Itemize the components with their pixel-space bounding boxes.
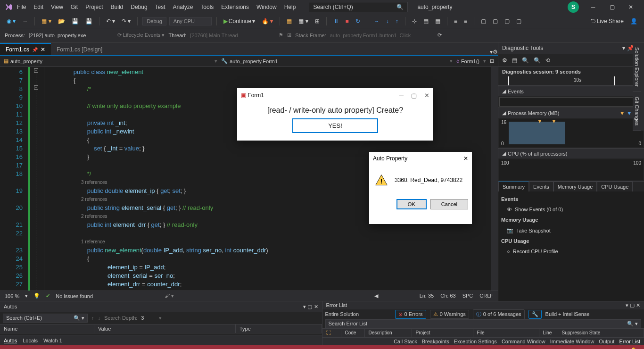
diag-events-header[interactable]: ◢ Events (498, 86, 644, 96)
autos-close-icon[interactable]: ✕ (314, 304, 318, 309)
errors-pill[interactable]: ⊗0 Errors (395, 310, 426, 319)
line-ending[interactable]: CRLF (479, 293, 493, 299)
flag-icon[interactable]: ⚑ (279, 32, 283, 38)
collapse-icon[interactable]: − (34, 68, 38, 73)
tab-callstack[interactable]: Call Stack (394, 339, 417, 344)
menu-tools[interactable]: Tools (197, 2, 217, 12)
tab-locals[interactable]: Locals (23, 338, 38, 343)
menu-analyze[interactable]: Analyze (169, 2, 197, 12)
diag-cpu-header[interactable]: ◢ CPU (% of all processors) (498, 149, 644, 158)
diag-tab-memory[interactable]: Memory Usage (553, 182, 597, 191)
continue-button[interactable]: ▶ Continue ▾ (222, 17, 257, 25)
pause-button[interactable]: ⏸ (331, 17, 341, 25)
stackframe-dropdown[interactable]: auto_property.Form1.button1_Click (330, 33, 434, 38)
tab-autos[interactable]: Autos (4, 338, 17, 343)
cancel-button[interactable]: Cancel (430, 199, 468, 209)
debug-tool-3[interactable]: ▦ (433, 17, 442, 25)
show-events-link[interactable]: 👁Show Events (0 of 0) (501, 204, 641, 215)
menu-view[interactable]: View (47, 2, 67, 12)
tool-icon-2[interactable]: ▦ ▾ (297, 17, 310, 25)
tab-immediate[interactable]: Immediate Window (550, 339, 594, 344)
nav-forward-button[interactable]: → (20, 17, 30, 25)
messages-pill[interactable]: ⓘ0 of 6 Messages (473, 309, 525, 319)
col-value[interactable]: Value (94, 324, 236, 333)
bookmark-1[interactable]: ▢ (479, 17, 488, 25)
dialog-maximize-icon[interactable]: ▢ (411, 92, 417, 99)
close-button[interactable]: ✕ (621, 1, 640, 13)
diag-memory-chart[interactable]: 16 16 ▼ ▼ 0 0 (499, 119, 643, 147)
feedback-button[interactable]: 👤 (628, 17, 639, 25)
lifecycle-events[interactable]: ⟳ Lifecycle Events ▾ (117, 32, 165, 38)
yes-button[interactable]: YES! (292, 118, 378, 133)
col-desc[interactable]: Description (365, 329, 412, 337)
tab-form1-cs[interactable]: Form1.cs 📌 ✕ (0, 43, 51, 55)
menu-test[interactable]: Test (151, 2, 169, 12)
tool-icon-1[interactable]: ▦ (285, 17, 294, 25)
minimap[interactable] (491, 67, 498, 291)
diag-tab-events[interactable]: Events (529, 182, 553, 191)
diag-tab-cpu[interactable]: CPU Usage (597, 182, 633, 191)
diag-cpu-chart[interactable]: 100 100 (499, 159, 643, 180)
zoom-level[interactable]: 106 % (5, 293, 19, 299)
diag-tab-summary[interactable]: Summary (498, 182, 529, 191)
bookmark-3[interactable]: ▢ (503, 17, 512, 25)
errorlist-search[interactable]: Search Error List🔍 ▾ (325, 319, 642, 328)
indent-mode[interactable]: SPC (462, 293, 473, 299)
tool-icon-3[interactable]: ⊞ (313, 17, 322, 25)
take-snapshot-link[interactable]: 📷Take Snapshot (501, 224, 641, 236)
tab-output[interactable]: Output (599, 339, 614, 344)
pin-icon[interactable]: 📌 (32, 47, 38, 52)
diag-select-tools-icon[interactable]: ▤ (512, 57, 517, 64)
nav-up-icon[interactable]: ↑ (91, 315, 94, 321)
filter-dropdown[interactable]: Build + IntelliSense (545, 311, 607, 317)
col-code[interactable]: Code (341, 329, 365, 337)
live-share-button[interactable]: ⮌ Live Share (588, 17, 626, 25)
crumb-class[interactable]: 🔧 auto_property.Form1 (221, 58, 278, 64)
global-search[interactable]: Search (Ctrl+Q) 🔍 (309, 2, 408, 12)
save-all-button[interactable]: 💾 (83, 17, 94, 25)
nav-down-icon[interactable]: ↓ (98, 315, 101, 321)
tab-exception[interactable]: Exception Settings (454, 339, 497, 344)
diag-memory-header[interactable]: ◢ Process Memory (MB) ▼▼ ●P (498, 108, 644, 118)
brush-icon[interactable]: 🖌 ▾ (165, 293, 174, 299)
maximize-button[interactable]: ▢ (603, 1, 621, 13)
tab-command[interactable]: Command Window (502, 339, 545, 344)
record-cpu-link[interactable]: ○Record CPU Profile (501, 246, 641, 257)
save-button[interactable]: 💾 (70, 17, 81, 25)
depth-dropdown[interactable]: 3 (141, 315, 155, 321)
menu-help[interactable]: Help (281, 2, 300, 12)
issues-status[interactable]: No issues found (56, 293, 93, 299)
tab-form1-design[interactable]: Form1.cs [Design] (51, 43, 108, 55)
process-dropdown[interactable]: [2192] auto_property.exe (29, 33, 114, 38)
build-pill[interactable]: 🔧 (528, 310, 542, 319)
ok-button[interactable]: OK (396, 199, 427, 209)
errorlist-pin-icon[interactable]: ▢ (630, 302, 635, 308)
close-tab-icon[interactable]: ✕ (41, 46, 45, 53)
solution-explorer-tab[interactable]: Solution Explorer (633, 42, 641, 92)
debug-tool-2[interactable]: ▤ (421, 17, 430, 25)
errorlist-dropdown-icon[interactable]: ▾ (626, 302, 628, 308)
undo-button[interactable]: ↶ ▾ (104, 17, 117, 25)
menu-git[interactable]: Git (67, 2, 82, 12)
tab-breakpoints[interactable]: Breakpoints (422, 339, 449, 344)
redo-button[interactable]: ↷ ▾ (120, 17, 132, 25)
diag-settings-icon[interactable]: ⚙ (502, 57, 507, 64)
step-out-button[interactable]: ↑ (394, 17, 400, 25)
new-project-button[interactable]: ▦ ▾ (40, 17, 53, 25)
errorlist-close-icon[interactable]: ✕ (636, 302, 640, 308)
thread-dropdown[interactable]: [20760] Main Thread (190, 33, 275, 38)
indent-tool-2[interactable]: ≡ (462, 17, 469, 25)
crumb-namespace[interactable]: ▦ auto_property (4, 58, 42, 64)
step-over-button[interactable]: ↓ (384, 17, 391, 25)
menu-window[interactable]: Window (253, 2, 281, 12)
debug-misc-icon[interactable]: ⟳ (438, 32, 442, 38)
dialog-close-icon[interactable]: ✕ (424, 92, 429, 99)
collapse-icon[interactable]: − (34, 85, 38, 90)
menu-build[interactable]: Build (107, 2, 127, 12)
menu-project[interactable]: Project (82, 2, 107, 12)
hot-reload-button[interactable]: 🔥 ▾ (260, 17, 275, 25)
tab-settings-icon[interactable]: ⚙ (493, 49, 498, 55)
diag-dropdown-icon[interactable]: ▾ (622, 45, 625, 51)
scroll-left[interactable]: ◀ (374, 293, 378, 299)
warnings-pill[interactable]: ⚠0 Warnings (430, 310, 469, 319)
